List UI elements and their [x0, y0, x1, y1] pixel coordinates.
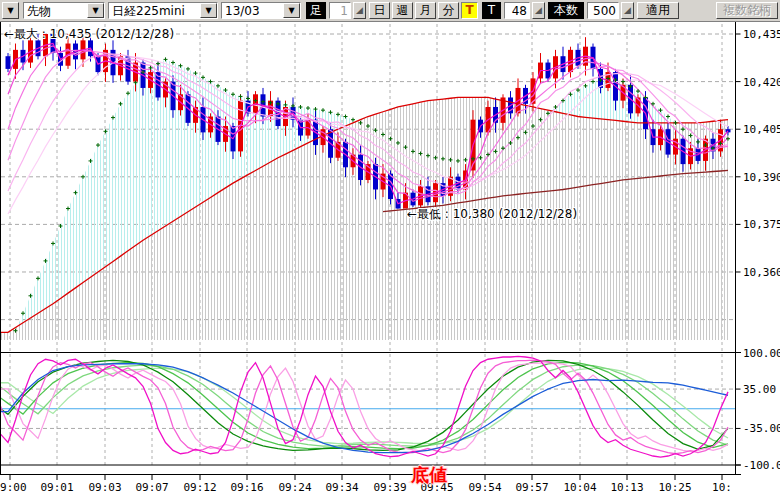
multi-symbol-button[interactable]: 複数銘柄: [716, 2, 778, 19]
time-axis-label: 09:12: [183, 481, 216, 494]
rci-green-light2-line: [1, 365, 729, 446]
candle-body: [6, 56, 11, 69]
time-axis-label: 10:04: [563, 481, 596, 494]
time-axis-label: 09:00: [0, 481, 27, 494]
time-axis-label: 09:01: [40, 481, 73, 494]
period-day-button[interactable]: 日: [369, 2, 390, 19]
time-axis-label: 09:39: [373, 481, 406, 494]
price-axis-label: 10,375: [743, 218, 780, 231]
apply-button[interactable]: 適用: [637, 2, 679, 19]
bottom-price-annotation: 底値: [410, 464, 447, 485]
period-month-button[interactable]: 月: [415, 2, 436, 19]
contract-month-combobox[interactable]: 13/03 ▼: [221, 2, 301, 19]
time-axis-label: 09:54: [468, 481, 501, 494]
chevron-down-icon[interactable]: ▼: [200, 3, 217, 18]
chevron-down-icon: ▼: [7, 6, 13, 15]
contract-month-value: 13/03: [222, 3, 283, 18]
spinner-icon: ◢: [624, 5, 631, 15]
bar-count-spinner[interactable]: ◢: [621, 2, 634, 19]
rci-green-light1-line: [1, 362, 729, 448]
bar-interval-spinner[interactable]: ◢: [353, 2, 366, 19]
bar-count-field[interactable]: 500: [587, 2, 619, 19]
rci-green-light3-line: [1, 368, 729, 444]
period-minute-button[interactable]: 分: [438, 2, 459, 19]
session-high-annotation: ←最大 : 10,435 (2012/12/28): [4, 27, 174, 41]
category-value: 先物: [24, 3, 87, 18]
price-axis-label: 10,420: [743, 76, 780, 89]
oscillator-axis-label: 100.00: [743, 347, 780, 360]
tick-count-field[interactable]: 48: [504, 2, 530, 19]
chart-application-window: ▼ 先物 ▼ 日経225mini ▼ 13/03 ▼ 足 1 ◢ 日 週 月 分…: [0, 0, 780, 501]
price-chart-surface[interactable]: 10,43510,42010,40510,39010,37510,360100.…: [0, 0, 780, 501]
period-tick-button-active[interactable]: T: [461, 2, 478, 19]
oscillator-axis-label: 35.00: [743, 383, 776, 396]
time-axis-label: 09:03: [88, 481, 121, 494]
tick-count-spinner[interactable]: ◢: [532, 2, 545, 19]
price-axis-label: 10,435: [743, 28, 780, 41]
toolbar: ▼ 先物 ▼ 日経225mini ▼ 13/03 ▼ 足 1 ◢ 日 週 月 分…: [0, 0, 780, 22]
time-axis-label: 09:57: [515, 481, 548, 494]
rci-oscillator-lines: [1, 356, 736, 457]
bar-interval-field[interactable]: 1: [329, 2, 351, 19]
time-axis-label: 09:24: [278, 481, 311, 494]
tick-count-label: T: [482, 2, 501, 19]
spinner-icon: ◢: [535, 5, 542, 15]
time-axis-label: 10:: [712, 481, 732, 494]
session-low-annotation: ←最低 : 10,380 (2012/12/28): [407, 207, 577, 221]
chevron-down-icon[interactable]: ▼: [87, 3, 104, 18]
oscillator-axis-label: -35.00: [743, 422, 780, 435]
time-axis-label: 10:25: [658, 481, 691, 494]
price-axis-label: 10,390: [743, 171, 780, 184]
price-axis-label: 10,405: [743, 123, 780, 136]
price-axis-label: 10,360: [743, 266, 780, 279]
time-axis-label: 09:16: [230, 481, 263, 494]
bar-type-label: 足: [306, 2, 326, 19]
rci-pink2-line: [1, 360, 729, 454]
instrument-value: 日経225mini: [109, 3, 200, 18]
ma-area-fills: [1, 59, 729, 348]
bar-count-label: 本数: [548, 2, 584, 19]
time-axis-label: 09:34: [325, 481, 358, 494]
chevron-down-icon[interactable]: ▼: [283, 3, 300, 18]
oscillator-axis-label: -100.00: [743, 459, 780, 472]
spinner-icon: ◢: [356, 5, 363, 15]
instrument-combobox[interactable]: 日経225mini ▼: [108, 2, 218, 19]
time-axis-label: 09:07: [135, 481, 168, 494]
time-axis-label: 10:13: [610, 481, 643, 494]
nav-dropdown-button[interactable]: ▼: [2, 2, 19, 19]
period-week-button[interactable]: 週: [392, 2, 413, 19]
category-combobox[interactable]: 先物 ▼: [23, 2, 105, 19]
